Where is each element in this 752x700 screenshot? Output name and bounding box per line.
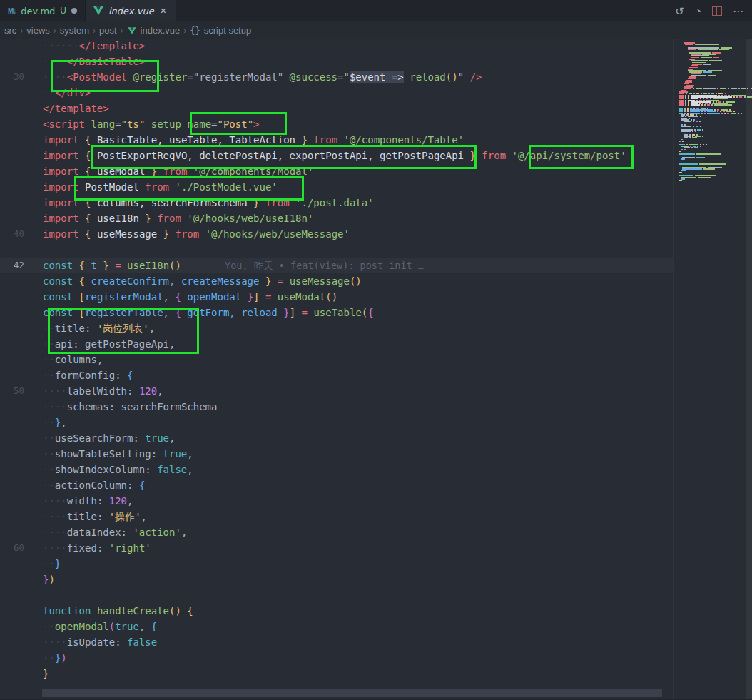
code-line[interactable]: const [registerTable, { getForm, reload … xyxy=(0,305,674,320)
line-number[interactable] xyxy=(0,477,24,493)
code-line[interactable]: <script lang="ts" setup name="Post"> xyxy=(0,116,674,132)
vertical-scrollbar[interactable] xyxy=(746,39,752,700)
line-number[interactable] xyxy=(0,572,24,587)
line-number[interactable] xyxy=(0,305,24,320)
line-number[interactable] xyxy=(0,289,24,305)
line-number[interactable] xyxy=(0,415,24,430)
line-number[interactable] xyxy=(0,163,24,179)
close-tab-icon[interactable]: × xyxy=(159,5,168,16)
code-line[interactable]: import { PostExportReqVO, deletePostApi,… xyxy=(0,148,674,163)
line-number[interactable] xyxy=(0,430,24,446)
line-number[interactable] xyxy=(0,273,24,289)
timeline-history-icon[interactable]: ↺ xyxy=(675,6,684,16)
line-number[interactable] xyxy=(0,399,24,415)
minimap[interactable] xyxy=(673,39,752,700)
code-line[interactable]: 42const { t } = useI18n()You, 昨天 • feat(… xyxy=(0,258,674,273)
line-number[interactable] xyxy=(0,179,24,195)
line-number[interactable] xyxy=(0,116,24,132)
code-line[interactable]: import PostModel from './PostModel.vue' xyxy=(0,179,674,195)
tab-index-vue[interactable]: index.vue × xyxy=(86,0,176,21)
code-line[interactable]: ····</BasicTable> xyxy=(0,54,674,69)
code-line[interactable]: ····dataIndex: 'action', xyxy=(0,524,674,540)
line-number[interactable]: 30 xyxy=(0,69,24,85)
line-number[interactable] xyxy=(0,148,24,163)
code-line[interactable]: 30····<PostModel @register="registerModa… xyxy=(0,69,674,85)
code-line[interactable]: 40import { useMessage } from '@/hooks/we… xyxy=(0,226,674,242)
line-number[interactable] xyxy=(0,556,24,572)
line-number[interactable] xyxy=(0,336,24,352)
line-number[interactable] xyxy=(0,39,24,54)
code-line[interactable]: ··title: '岗位列表', xyxy=(0,320,674,336)
code-line[interactable]: ··useSearchForm: true, xyxy=(0,430,674,446)
line-number[interactable] xyxy=(0,242,24,258)
tab-dev-md[interactable]: M↓ dev.md U xyxy=(0,0,86,21)
line-number[interactable] xyxy=(0,462,24,477)
code-line[interactable]: } xyxy=(0,666,674,681)
code-line[interactable]: ··api: getPostPageApi, xyxy=(0,336,674,352)
line-number[interactable] xyxy=(0,320,24,336)
line-number[interactable]: 40 xyxy=(0,226,24,242)
code-line[interactable] xyxy=(0,242,674,258)
breadcrumb-item-views[interactable]: views xyxy=(26,25,50,36)
breadcrumb-item-src[interactable]: src xyxy=(4,25,16,36)
breadcrumb-item-system[interactable]: system xyxy=(60,25,89,36)
line-number[interactable] xyxy=(0,54,24,69)
breadcrumb-item-symbol[interactable]: script setup xyxy=(204,25,251,36)
code-line[interactable] xyxy=(0,587,674,603)
code-line[interactable]: const [registerModal, { openModal }] = u… xyxy=(0,289,674,305)
code-line[interactable]: 50····labelWidth: 120, xyxy=(0,383,674,399)
line-number[interactable] xyxy=(0,650,24,666)
line-number[interactable] xyxy=(0,85,24,101)
code-line[interactable]: ····schemas: searchFormSchema xyxy=(0,399,674,415)
code-line[interactable]: import { useModal } from '@/components/M… xyxy=(0,163,674,179)
code-line[interactable]: }) xyxy=(0,572,674,587)
code-line[interactable]: ··}) xyxy=(0,650,674,666)
code-line[interactable]: ··columns, xyxy=(0,352,674,367)
line-number[interactable] xyxy=(0,195,24,210)
code-line[interactable]: ··showTableSetting: true, xyxy=(0,446,674,462)
line-number[interactable] xyxy=(0,132,24,148)
code-line[interactable]: ··showIndexColumn: false, xyxy=(0,462,674,477)
code-line[interactable]: ··actionColumn: { xyxy=(0,477,674,493)
line-number[interactable] xyxy=(0,634,24,650)
line-number[interactable] xyxy=(0,509,24,524)
breadcrumb-item-file[interactable]: index.vue xyxy=(141,25,181,36)
line-number[interactable] xyxy=(0,352,24,367)
code-line[interactable]: import { useI18n } from '@/hooks/web/use… xyxy=(0,210,674,226)
code-line[interactable]: ··formConfig: { xyxy=(0,367,674,383)
more-actions-icon[interactable]: ⋯ xyxy=(733,6,743,16)
code-line[interactable]: ··</div> xyxy=(0,85,674,101)
code-line[interactable]: const { createConfirm, createMessage } =… xyxy=(0,273,674,289)
horizontal-scrollbar-thumb[interactable] xyxy=(42,689,662,697)
line-number[interactable] xyxy=(0,524,24,540)
code-line[interactable]: ······</template> xyxy=(0,39,674,54)
code-line[interactable]: function handleCreate() { xyxy=(0,603,674,619)
code-editor[interactable]: ······</template>····</BasicTable>30····… xyxy=(0,39,752,700)
line-number[interactable] xyxy=(0,367,24,383)
line-number[interactable] xyxy=(0,619,24,634)
code-line[interactable]: ··} xyxy=(0,556,674,572)
line-number[interactable] xyxy=(0,101,24,116)
line-number[interactable]: 50 xyxy=(0,383,24,399)
blame-toggle-icon[interactable]: ◔ xyxy=(695,6,701,16)
code-line[interactable]: ····width: 120, xyxy=(0,493,674,509)
line-number[interactable] xyxy=(0,493,24,509)
code-line[interactable]: ··}, xyxy=(0,415,674,430)
code-line[interactable]: import { BasicTable, useTable, TableActi… xyxy=(0,132,674,148)
breadcrumb-item-post[interactable]: post xyxy=(99,25,117,36)
line-number[interactable] xyxy=(0,210,24,226)
split-editor-icon[interactable] xyxy=(712,6,722,16)
line-number[interactable] xyxy=(0,666,24,681)
line-number[interactable] xyxy=(0,446,24,462)
code-line[interactable]: ··openModal(true, { xyxy=(0,619,674,634)
unsaved-changes-dot[interactable] xyxy=(71,8,77,14)
line-number[interactable] xyxy=(0,603,24,619)
code-line[interactable]: import { columns, searchFormSchema } fro… xyxy=(0,195,674,210)
code-line[interactable]: ····title: '操作', xyxy=(0,509,674,524)
line-number[interactable] xyxy=(0,587,24,603)
code-line[interactable]: </template> xyxy=(0,101,674,116)
code-line[interactable]: ····isUpdate: false xyxy=(0,634,674,650)
code-line[interactable]: 60····fixed: 'right' xyxy=(0,540,674,556)
line-number[interactable]: 60 xyxy=(0,540,24,556)
line-number[interactable]: 42 xyxy=(0,258,24,273)
